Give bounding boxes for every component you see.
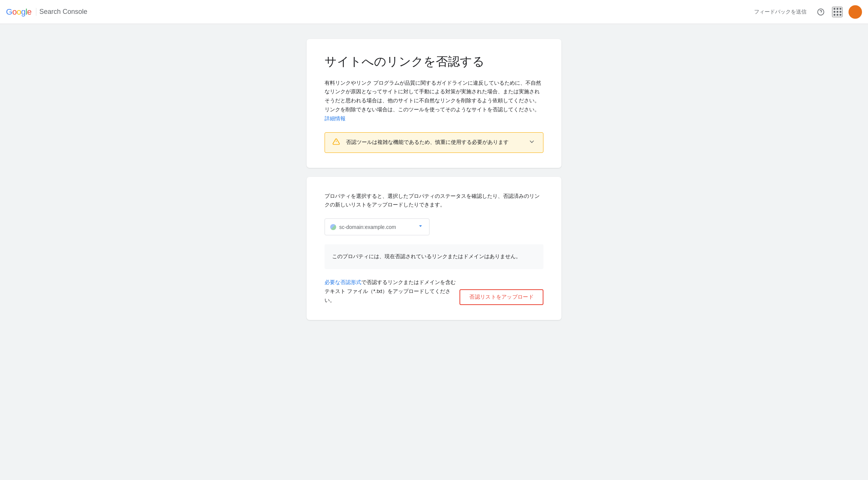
- warning-left: 否認ツールは複雑な機能であるため、慎重に使用する必要があります: [332, 138, 509, 147]
- dropdown-url: sc-domain:example.com: [339, 224, 396, 230]
- empty-state-text: このプロパティには、現在否認されているリンクまたはドメインはありません。: [332, 253, 536, 260]
- page-title: サイトへのリンクを否認する: [325, 54, 543, 70]
- header-right: フィードバックを送信: [751, 5, 862, 19]
- warning-text: 否認ツールは複雑な機能であるため、慎重に使用する必要があります: [346, 139, 509, 146]
- logo-o1: o: [12, 7, 17, 17]
- property-card: プロパティを選択すると、選択したプロパティのステータスを確認したり、否認済みのリ…: [307, 177, 561, 320]
- product-name: Search Console: [36, 8, 87, 16]
- logo-g2: g: [21, 7, 25, 17]
- warning-triangle-icon: [332, 138, 340, 147]
- empty-state-box: このプロパティには、現在否認されているリンクまたはドメインはありません。: [325, 244, 543, 269]
- warning-box[interactable]: 否認ツールは複雑な機能であるため、慎重に使用する必要があります: [325, 132, 543, 153]
- avatar[interactable]: [849, 5, 862, 19]
- google-logo: Google: [6, 7, 31, 17]
- upload-button[interactable]: 否認リストをアップロード: [459, 289, 543, 305]
- apps-icon[interactable]: [832, 7, 843, 17]
- feedback-button[interactable]: フィードバックを送信: [751, 6, 810, 18]
- description-text: 有料リンクやリンク プログラムが品質に関するガイドラインに違反しているために、不…: [325, 79, 543, 123]
- section-description: プロパティを選択すると、選択したプロパティのステータスを確認したり、否認済みのリ…: [325, 192, 543, 210]
- apps-grid: [834, 8, 841, 16]
- logo-g: G: [6, 7, 12, 17]
- property-dropdown[interactable]: sc-domain:example.com: [325, 218, 430, 235]
- main-content: サイトへのリンクを否認する 有料リンクやリンク プログラムが品質に関するガイドラ…: [0, 24, 868, 335]
- dropdown-content: sc-domain:example.com: [330, 224, 396, 230]
- header: Google Search Console フィードバックを送信: [0, 0, 868, 24]
- header-left: Google Search Console: [6, 7, 87, 17]
- dropdown-arrow-icon: [417, 223, 424, 231]
- logo-e: e: [27, 7, 31, 17]
- favicon-icon: [330, 224, 336, 230]
- upload-description: 必要な否認形式で否認するリンクまたはドメインを含むテキスト ファイル（*.txt…: [325, 278, 459, 305]
- details-link[interactable]: 詳細情報: [325, 115, 346, 121]
- required-format-link[interactable]: 必要な否認形式: [325, 279, 361, 285]
- help-icon[interactable]: [816, 7, 826, 17]
- logo-o2: o: [16, 7, 21, 17]
- chevron-down-icon: [528, 138, 536, 147]
- dropdown-wrapper: sc-domain:example.com: [325, 218, 543, 235]
- intro-card: サイトへのリンクを否認する 有料リンクやリンク プログラムが品質に関するガイドラ…: [307, 39, 561, 168]
- upload-section: 必要な否認形式で否認するリンクまたはドメインを含むテキスト ファイル（*.txt…: [325, 278, 543, 305]
